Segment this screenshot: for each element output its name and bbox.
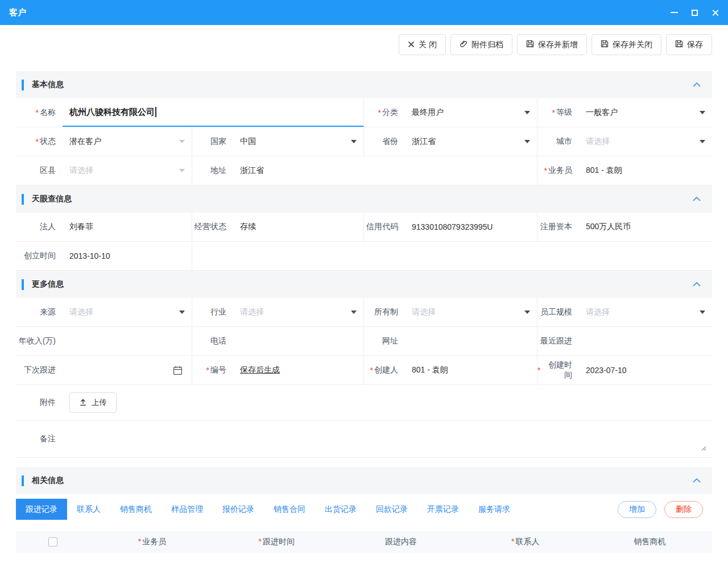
chevron-down-icon [700, 140, 705, 143]
creator-field: 801 - 袁朗 [405, 356, 537, 384]
phone-field[interactable] [233, 327, 364, 355]
website-label: 网址 [364, 327, 405, 355]
next-followup-date[interactable] [63, 356, 192, 384]
industry-label: 行业 [192, 298, 233, 326]
chevron-down-icon [351, 311, 357, 314]
website-field[interactable] [405, 327, 537, 355]
related-tabs: 跟进记录 联系人 销售商机 样品管理 报价记录 销售合同 出货记录 回款记录 开… [16, 499, 712, 520]
collapse-chevron-icon[interactable] [693, 282, 701, 287]
name-label: *名称 [16, 98, 63, 127]
recent-followup-label: 最近跟进 [537, 327, 579, 355]
close-window-icon[interactable] [712, 9, 719, 16]
country-select[interactable]: 中国 [233, 127, 364, 156]
city-label: 城市 [537, 127, 579, 156]
name-input[interactable]: 杭州八骏科技有限公司 [63, 98, 364, 127]
tab-shipment-records[interactable]: 出货记录 [315, 499, 366, 520]
registered-capital-label: 注册资本 [537, 213, 579, 241]
employee-scale-label: 员工规模 [537, 298, 579, 326]
credit-code-field: 91330108079323995U [405, 213, 537, 241]
section-accent-bar [22, 475, 24, 486]
tab-quotation-records[interactable]: 报价记录 [213, 499, 264, 520]
chevron-down-icon [700, 311, 705, 314]
more-row-3: 下次跟进 *编号 保存后生成 *创建人 801 - 袁朗 *创建时间 2023-… [16, 356, 712, 385]
level-label: *等级 [537, 98, 579, 127]
tab-invoice-records[interactable]: 开票记录 [417, 499, 469, 520]
window-title: 客户 [9, 7, 26, 18]
collapse-chevron-icon[interactable] [693, 197, 701, 201]
level-select[interactable]: 一般客户 [579, 98, 712, 127]
recent-followup-field [579, 327, 712, 355]
tab-sample-management[interactable]: 样品管理 [162, 499, 213, 520]
ownership-select[interactable]: 请选择 [405, 298, 537, 326]
column-followup-time: *跟进时间 [214, 537, 339, 547]
tab-sales-opportunities[interactable]: 销售商机 [110, 499, 162, 520]
text-cursor [155, 107, 156, 117]
column-sales-opportunity: 销售商机 [588, 537, 712, 547]
select-all-checkbox[interactable] [48, 537, 57, 547]
paperclip-icon [460, 40, 468, 49]
close-icon [408, 40, 415, 49]
save-and-close-button[interactable]: 保存并关闭 [592, 34, 661, 55]
legal-person-field: 刘春菲 [63, 213, 192, 241]
tab-service-requests[interactable]: 服务请求 [469, 499, 520, 520]
phone-label: 电话 [192, 327, 233, 355]
chevron-down-icon [524, 311, 530, 314]
created-time-label: *创建时间 [537, 356, 579, 384]
operating-status-field: 存续 [233, 213, 364, 241]
tab-contacts[interactable]: 联系人 [67, 499, 110, 520]
close-button[interactable]: 关 闭 [399, 34, 446, 55]
chevron-down-icon [524, 111, 530, 114]
section-tianyancha-header: 天眼查信息 [16, 185, 712, 213]
operating-status-label: 经营状态 [192, 213, 233, 241]
tab-payment-records[interactable]: 回款记录 [366, 499, 417, 520]
section-gap [16, 458, 712, 467]
save-button[interactable]: 保存 [666, 34, 712, 55]
tianyancha-row-2: 创立时间 2013-10-10 [16, 242, 712, 271]
country-label: 国家 [192, 127, 233, 156]
source-select[interactable]: 请选择 [63, 298, 192, 326]
followup-table-header: *业务员 *跟进时间 跟进内容 *联系人 销售商机 [16, 531, 712, 553]
founded-date-field: 2013-10-10 [63, 242, 192, 270]
save-icon [675, 40, 683, 49]
annual-revenue-field[interactable] [63, 327, 192, 355]
creator-label: *创建人 [364, 356, 405, 384]
attachment-row: 附件 上传 [16, 385, 712, 421]
save-icon [601, 40, 609, 49]
city-select[interactable]: 请选择 [579, 127, 712, 156]
maximize-icon[interactable] [692, 10, 698, 16]
collapse-chevron-icon[interactable] [693, 82, 701, 87]
tab-sales-contracts[interactable]: 销售合同 [264, 499, 315, 520]
delete-button[interactable]: 删除 [664, 501, 703, 518]
address-label: 地址 [192, 156, 233, 185]
save-icon [526, 40, 534, 49]
tab-followup-records[interactable]: 跟进记录 [16, 499, 67, 520]
next-followup-label: 下次跟进 [16, 356, 63, 384]
collapse-chevron-icon[interactable] [693, 478, 701, 483]
employee-scale-select[interactable]: 请选择 [579, 298, 712, 326]
category-select[interactable]: 最终用户 [405, 98, 537, 127]
province-select[interactable]: 浙江省 [405, 127, 537, 156]
column-followup-content: 跟进内容 [339, 537, 464, 547]
calendar-icon[interactable] [173, 366, 183, 375]
district-select[interactable]: 请选择 [63, 156, 192, 185]
address-field[interactable]: 浙江省 [233, 156, 537, 185]
annual-revenue-label: 年收入(万) [16, 327, 63, 355]
add-button[interactable]: 增加 [618, 501, 656, 518]
status-select[interactable]: 潜在客户 [63, 127, 192, 156]
save-and-new-button[interactable]: 保存并新增 [517, 34, 587, 55]
resize-handle-icon[interactable] [700, 444, 706, 453]
minimize-icon[interactable] [671, 12, 678, 13]
chevron-down-icon [524, 140, 530, 143]
salesperson-field[interactable]: 801 - 袁朗 [579, 156, 712, 185]
remarks-textarea[interactable] [63, 421, 712, 457]
upload-button[interactable]: 上传 [69, 392, 117, 413]
industry-select[interactable]: 请选择 [233, 298, 364, 326]
basic-row-3: 区县 请选择 地址 浙江省 *业务员 801 - 袁朗 [16, 156, 712, 185]
salesperson-label: *业务员 [537, 156, 579, 185]
founded-date-label: 创立时间 [16, 242, 63, 270]
basic-row-1: *名称 杭州八骏科技有限公司 *分类 最终用户 *等级 一般客户 [16, 98, 712, 127]
basic-row-2: *状态 潜在客户 国家 中国 省份 浙江省 城市 请选择 [16, 127, 712, 156]
chevron-down-icon [700, 111, 705, 114]
district-label: 区县 [16, 156, 63, 185]
attachment-archive-button[interactable]: 附件归档 [450, 34, 512, 55]
